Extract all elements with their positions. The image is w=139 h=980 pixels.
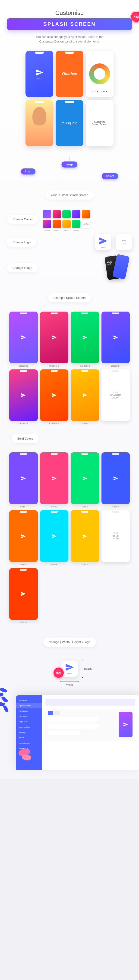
example-gradient-7 bbox=[71, 369, 99, 421]
customize-placeholder-text: Customize Splash Screen bbox=[92, 121, 107, 126]
foursquare-label: foursquare bbox=[62, 121, 77, 125]
swatch-gradient-2[interactable]: Gradient 2 bbox=[52, 210, 61, 218]
section-solid: Solid Colors bbox=[11, 434, 39, 443]
sidebar-item[interactable]: Navigation bbox=[16, 708, 42, 714]
swatch-gradient-8[interactable]: Gradient 8 bbox=[62, 220, 71, 228]
example-gradient-3 bbox=[71, 312, 99, 363]
sidebar-item[interactable]: Splash Screen bbox=[16, 703, 42, 708]
title-customise: Customise bbox=[7, 9, 132, 16]
pill-colors: Colors bbox=[102, 173, 118, 179]
food-plate-icon bbox=[89, 64, 110, 84]
swatch-gradient-5[interactable]: Gradient 5 bbox=[82, 210, 90, 218]
logo-preview-flyweb: flyWeb bbox=[95, 234, 111, 250]
example-solid-7 bbox=[71, 510, 99, 562]
dimension-section: Change ( Width / Height ) Logo flyWeb Wi… bbox=[7, 633, 132, 681]
logo-placeholder-your: Your Logo bbox=[116, 234, 132, 250]
clicklunch-label: CLICK LUNCH bbox=[92, 91, 107, 92]
fashion-image bbox=[25, 100, 53, 146]
phone-row-1: flyWeb Ontabee CLICK LUNCH bbox=[7, 51, 132, 97]
example-solid-2 bbox=[40, 452, 69, 504]
label-change-colors: Change Colors bbox=[7, 215, 38, 224]
ontabee-label: Ontabee bbox=[62, 72, 77, 76]
sidebar-item[interactable]: Dashboard bbox=[16, 698, 42, 703]
option-badge[interactable] bbox=[54, 711, 60, 715]
decorative-leaves bbox=[0, 686, 14, 714]
example-solid-4 bbox=[101, 452, 130, 504]
swatch-gradient-1[interactable]: Gradient 1 bbox=[43, 210, 51, 218]
width-label: Width bbox=[66, 683, 73, 686]
swatch-gradient-6[interactable]: Gradient 6 bbox=[43, 220, 51, 228]
example-gradient-4 bbox=[101, 312, 130, 363]
outfit-text: OUT FIT bbox=[107, 261, 112, 266]
swatch-your-gradient[interactable]: YOUR GRADIENT bbox=[82, 220, 90, 228]
swatch-grid: Gradient 1 Gradient 2 Gradient 3 Gradien… bbox=[43, 210, 90, 228]
sidebar-item[interactable]: Right Menu bbox=[16, 719, 42, 724]
phone-flyweb: flyWeb bbox=[25, 51, 53, 97]
row-change-image: Change Image OUT FIT bbox=[7, 256, 132, 279]
banner-text: SPLASH SCREEN bbox=[10, 21, 129, 27]
section-example: Example Splash Screen bbox=[48, 293, 91, 302]
solid-examples-grid: Solid 1 Solid 2 Solid 3 Solid 4 Solid 5 … bbox=[9, 452, 130, 565]
example-gradient-1 bbox=[9, 312, 38, 363]
decorative-paint bbox=[16, 744, 37, 765]
subtitle: You can also change your Application Col… bbox=[35, 35, 104, 44]
example-solid-3 bbox=[71, 452, 99, 504]
swatch-gradient-4[interactable]: Gradient 4 bbox=[72, 210, 81, 218]
dashboard-phone-preview bbox=[118, 712, 133, 737]
phone-fashion bbox=[25, 100, 53, 146]
sidebar-item[interactable]: Left Menu bbox=[16, 714, 42, 719]
swatch-gradient-9[interactable]: Gradient 9 bbox=[72, 220, 81, 228]
dashboard-main bbox=[42, 695, 139, 770]
section-dimensions: Change ( Width / Height ) Logo bbox=[43, 638, 96, 647]
example-gradient-5 bbox=[9, 369, 38, 421]
paper-plane-icon bbox=[65, 663, 74, 672]
paper-plane-icon bbox=[21, 335, 26, 340]
section-your-custom: Your Custom Splash Screen bbox=[45, 191, 94, 200]
dashboard-card bbox=[46, 709, 135, 741]
row-change-logo: Change Logo flyWeb Your Logo bbox=[7, 234, 132, 250]
sidebar-item[interactable]: Loading Sign bbox=[16, 724, 42, 730]
swatch-gradient-3[interactable]: Gradient 3 bbox=[62, 210, 71, 218]
height-label: Height bbox=[84, 667, 92, 670]
dashboard-header bbox=[46, 699, 135, 706]
example-your-gradient: YOUR GRADIENT COLOR bbox=[101, 369, 130, 421]
example-solid-1 bbox=[9, 452, 38, 504]
example-solid-6 bbox=[40, 510, 69, 562]
phone-foursquare: foursquare bbox=[55, 100, 84, 146]
banner-splash-screen: SPLASH SCREEN bbox=[7, 18, 132, 30]
example-gradient-2 bbox=[40, 312, 69, 363]
pill-image: Image bbox=[62, 161, 77, 167]
example-solid-12 bbox=[9, 568, 38, 620]
gradient-examples-grid: Gradient 1 Gradient 2 Gradient 3 Gradien… bbox=[9, 312, 130, 425]
phone-clicklunch: CLICK LUNCH bbox=[86, 51, 114, 97]
dashboard-preview: Dashboard Splash Screen Navigation Left … bbox=[16, 695, 139, 770]
example-solid-5 bbox=[9, 510, 38, 562]
paper-plane-icon bbox=[98, 236, 108, 246]
label-change-logo: Change Logo bbox=[7, 238, 36, 247]
dashboard-input[interactable] bbox=[48, 724, 99, 729]
label-change-image: Change Image bbox=[7, 263, 38, 272]
new-badge: New bbox=[131, 12, 139, 22]
row-change-colors: Change Colors Gradient 1 Gradient 2 Grad… bbox=[7, 210, 132, 228]
dashboard-input[interactable] bbox=[48, 731, 82, 736]
paper-plane-icon bbox=[35, 68, 44, 77]
phone-customize-placeholder: Customize Splash Screen bbox=[86, 100, 114, 146]
dimension-logo-preview: flyWeb Width Height bbox=[62, 660, 77, 677]
swatch-gradient-7[interactable]: Gradient 7 bbox=[52, 220, 61, 228]
pill-logo: Logo bbox=[21, 169, 35, 175]
example-gradient-6 bbox=[40, 369, 69, 421]
example-your-solid: YOUR SOLID COLOR bbox=[101, 510, 130, 562]
sidebar-item[interactable]: About bbox=[16, 735, 42, 740]
option-badge[interactable] bbox=[48, 711, 53, 715]
feature-tree: Logo Image Colors bbox=[7, 156, 132, 179]
dashboard-input[interactable] bbox=[48, 717, 99, 722]
sidebar-item[interactable]: Settings bbox=[16, 730, 42, 735]
phone-row-2: foursquare Customize Splash Screen bbox=[7, 100, 132, 146]
phone-ontabee: Ontabee bbox=[55, 51, 84, 97]
height-arrow-icon bbox=[82, 659, 82, 678]
flyweb-label: flyWeb bbox=[35, 78, 44, 80]
new-badge-2: New bbox=[54, 668, 64, 678]
